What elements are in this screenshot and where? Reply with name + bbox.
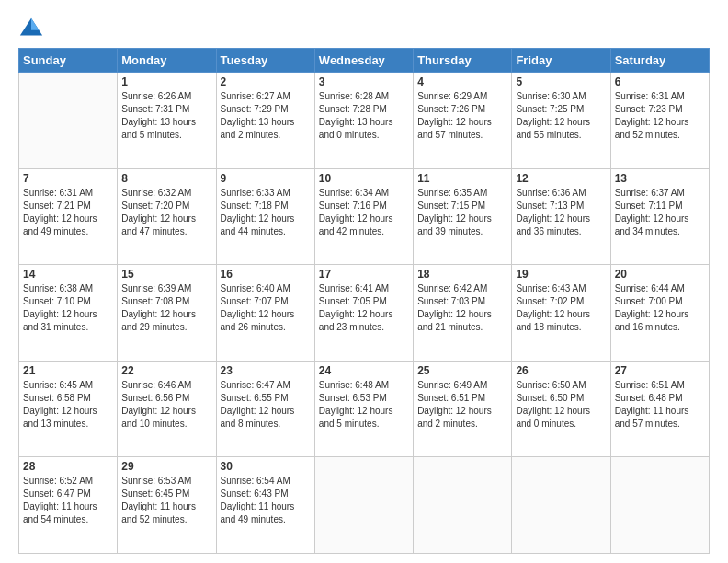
calendar-week-row: 1Sunrise: 6:26 AM Sunset: 7:31 PM Daylig… <box>19 73 710 169</box>
day-number: 19 <box>516 268 606 281</box>
day-number: 23 <box>221 364 311 377</box>
day-info: Sunrise: 6:28 AM Sunset: 7:28 PM Dayligh… <box>319 90 409 142</box>
day-number: 20 <box>615 268 705 281</box>
day-info: Sunrise: 6:40 AM Sunset: 7:07 PM Dayligh… <box>221 282 311 334</box>
calendar-cell: 23Sunrise: 6:47 AM Sunset: 6:55 PM Dayli… <box>216 361 314 457</box>
day-info: Sunrise: 6:30 AM Sunset: 7:25 PM Dayligh… <box>516 90 606 142</box>
calendar-day-header: Tuesday <box>216 49 314 73</box>
calendar-cell: 2Sunrise: 6:27 AM Sunset: 7:29 PM Daylig… <box>216 73 314 169</box>
day-number: 3 <box>319 75 409 88</box>
calendar-cell: 5Sunrise: 6:30 AM Sunset: 7:25 PM Daylig… <box>512 73 610 169</box>
calendar-cell: 20Sunrise: 6:44 AM Sunset: 7:00 PM Dayli… <box>610 265 709 362</box>
day-info: Sunrise: 6:44 AM Sunset: 7:00 PM Dayligh… <box>615 282 705 334</box>
calendar-cell <box>610 457 709 554</box>
calendar-cell: 4Sunrise: 6:29 AM Sunset: 7:26 PM Daylig… <box>414 73 512 169</box>
day-info: Sunrise: 6:38 AM Sunset: 7:10 PM Dayligh… <box>23 282 113 334</box>
day-number: 2 <box>221 75 311 88</box>
day-number: 4 <box>417 75 507 88</box>
day-number: 10 <box>319 172 409 185</box>
day-info: Sunrise: 6:41 AM Sunset: 7:05 PM Dayligh… <box>319 282 409 334</box>
calendar-day-header: Sunday <box>19 49 118 73</box>
calendar-cell: 8Sunrise: 6:32 AM Sunset: 7:20 PM Daylig… <box>118 168 216 265</box>
day-info: Sunrise: 6:39 AM Sunset: 7:08 PM Dayligh… <box>121 282 211 334</box>
day-number: 24 <box>319 364 409 377</box>
calendar-cell: 19Sunrise: 6:43 AM Sunset: 7:02 PM Dayli… <box>512 265 610 362</box>
day-number: 7 <box>23 172 113 185</box>
day-number: 13 <box>615 172 705 185</box>
calendar-cell: 29Sunrise: 6:53 AM Sunset: 6:45 PM Dayli… <box>118 457 216 554</box>
calendar-cell <box>19 73 118 169</box>
day-number: 26 <box>516 364 606 377</box>
day-info: Sunrise: 6:35 AM Sunset: 7:15 PM Dayligh… <box>417 187 507 238</box>
day-info: Sunrise: 6:54 AM Sunset: 6:43 PM Dayligh… <box>221 475 311 526</box>
day-number: 17 <box>319 268 409 281</box>
day-info: Sunrise: 6:46 AM Sunset: 6:56 PM Dayligh… <box>121 379 211 431</box>
day-info: Sunrise: 6:37 AM Sunset: 7:11 PM Dayligh… <box>615 187 705 238</box>
calendar-cell: 6Sunrise: 6:31 AM Sunset: 7:23 PM Daylig… <box>610 73 709 169</box>
day-number: 25 <box>417 364 507 377</box>
day-number: 18 <box>417 268 507 281</box>
calendar-week-row: 14Sunrise: 6:38 AM Sunset: 7:10 PM Dayli… <box>19 265 710 362</box>
day-info: Sunrise: 6:42 AM Sunset: 7:03 PM Dayligh… <box>417 282 507 334</box>
calendar-cell <box>414 457 512 554</box>
day-number: 29 <box>121 460 211 473</box>
calendar-cell: 21Sunrise: 6:45 AM Sunset: 6:58 PM Dayli… <box>19 361 118 457</box>
calendar-cell: 24Sunrise: 6:48 AM Sunset: 6:53 PM Dayli… <box>314 361 413 457</box>
calendar-cell: 10Sunrise: 6:34 AM Sunset: 7:16 PM Dayli… <box>314 168 413 265</box>
day-number: 27 <box>615 364 705 377</box>
calendar-cell: 18Sunrise: 6:42 AM Sunset: 7:03 PM Dayli… <box>414 265 512 362</box>
day-number: 30 <box>221 460 311 473</box>
calendar-cell: 22Sunrise: 6:46 AM Sunset: 6:56 PM Dayli… <box>118 361 216 457</box>
day-info: Sunrise: 6:49 AM Sunset: 6:51 PM Dayligh… <box>417 379 507 431</box>
calendar-cell: 16Sunrise: 6:40 AM Sunset: 7:07 PM Dayli… <box>216 265 314 362</box>
calendar-cell: 17Sunrise: 6:41 AM Sunset: 7:05 PM Dayli… <box>314 265 413 362</box>
header <box>18 15 710 40</box>
calendar-cell: 30Sunrise: 6:54 AM Sunset: 6:43 PM Dayli… <box>216 457 314 554</box>
day-number: 8 <box>121 172 211 185</box>
day-info: Sunrise: 6:47 AM Sunset: 6:55 PM Dayligh… <box>221 379 311 431</box>
day-info: Sunrise: 6:43 AM Sunset: 7:02 PM Dayligh… <box>516 282 606 334</box>
day-info: Sunrise: 6:26 AM Sunset: 7:31 PM Dayligh… <box>121 90 211 142</box>
calendar-cell: 7Sunrise: 6:31 AM Sunset: 7:21 PM Daylig… <box>19 168 118 265</box>
calendar-table: SundayMondayTuesdayWednesdayThursdayFrid… <box>18 48 710 554</box>
calendar-cell: 12Sunrise: 6:36 AM Sunset: 7:13 PM Dayli… <box>512 168 610 265</box>
calendar-cell: 14Sunrise: 6:38 AM Sunset: 7:10 PM Dayli… <box>19 265 118 362</box>
calendar-cell: 1Sunrise: 6:26 AM Sunset: 7:31 PM Daylig… <box>118 73 216 169</box>
day-info: Sunrise: 6:32 AM Sunset: 7:20 PM Dayligh… <box>121 187 211 238</box>
calendar-day-header: Monday <box>118 49 216 73</box>
day-info: Sunrise: 6:36 AM Sunset: 7:13 PM Dayligh… <box>516 187 606 238</box>
day-number: 1 <box>121 75 211 88</box>
day-info: Sunrise: 6:34 AM Sunset: 7:16 PM Dayligh… <box>319 187 409 238</box>
calendar-week-row: 21Sunrise: 6:45 AM Sunset: 6:58 PM Dayli… <box>19 361 710 457</box>
calendar-day-header: Wednesday <box>314 49 413 73</box>
day-number: 15 <box>121 268 211 281</box>
day-number: 14 <box>23 268 113 281</box>
day-number: 5 <box>516 75 606 88</box>
day-info: Sunrise: 6:50 AM Sunset: 6:50 PM Dayligh… <box>516 379 606 431</box>
day-info: Sunrise: 6:48 AM Sunset: 6:53 PM Dayligh… <box>319 379 409 431</box>
day-info: Sunrise: 6:51 AM Sunset: 6:48 PM Dayligh… <box>615 379 705 431</box>
day-number: 12 <box>516 172 606 185</box>
calendar-week-row: 7Sunrise: 6:31 AM Sunset: 7:21 PM Daylig… <box>19 168 710 265</box>
calendar-cell <box>512 457 610 554</box>
day-number: 28 <box>23 460 113 473</box>
day-number: 9 <box>221 172 311 185</box>
logo-icon <box>18 15 44 40</box>
day-info: Sunrise: 6:52 AM Sunset: 6:47 PM Dayligh… <box>23 475 113 526</box>
calendar-cell: 15Sunrise: 6:39 AM Sunset: 7:08 PM Dayli… <box>118 265 216 362</box>
calendar-cell: 28Sunrise: 6:52 AM Sunset: 6:47 PM Dayli… <box>19 457 118 554</box>
calendar-cell: 9Sunrise: 6:33 AM Sunset: 7:18 PM Daylig… <box>216 168 314 265</box>
calendar-cell <box>314 457 413 554</box>
calendar-header-row: SundayMondayTuesdayWednesdayThursdayFrid… <box>19 49 710 73</box>
day-info: Sunrise: 6:33 AM Sunset: 7:18 PM Dayligh… <box>221 187 311 238</box>
calendar-cell: 27Sunrise: 6:51 AM Sunset: 6:48 PM Dayli… <box>610 361 709 457</box>
day-info: Sunrise: 6:53 AM Sunset: 6:45 PM Dayligh… <box>121 475 211 526</box>
calendar-cell: 13Sunrise: 6:37 AM Sunset: 7:11 PM Dayli… <box>610 168 709 265</box>
calendar-day-header: Friday <box>512 49 610 73</box>
calendar-day-header: Saturday <box>610 49 709 73</box>
calendar-day-header: Thursday <box>414 49 512 73</box>
day-number: 21 <box>23 364 113 377</box>
calendar-cell: 25Sunrise: 6:49 AM Sunset: 6:51 PM Dayli… <box>414 361 512 457</box>
day-number: 6 <box>615 75 705 88</box>
calendar-cell: 3Sunrise: 6:28 AM Sunset: 7:28 PM Daylig… <box>314 73 413 169</box>
